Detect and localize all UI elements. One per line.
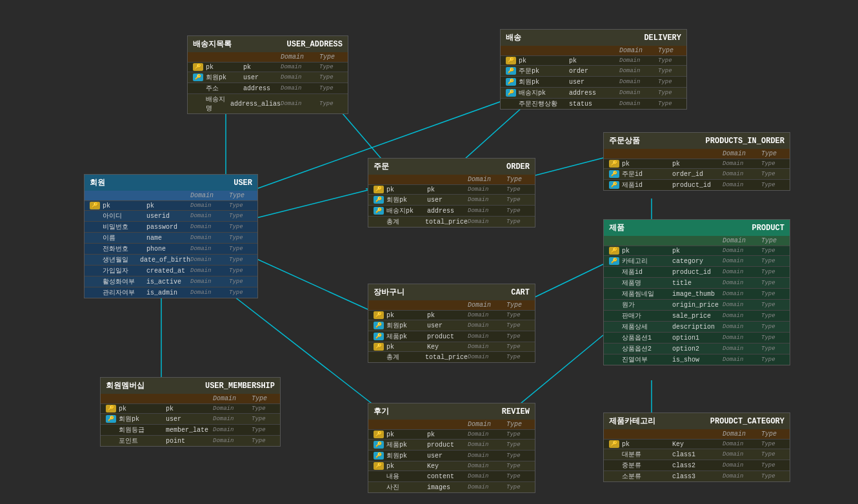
eng-name-pio: PRODUCTS_IN_ORDER <box>706 137 784 146</box>
col-headers-product: Domain Type <box>604 236 790 246</box>
table-row: 🔑 pkKey DomainType <box>368 461 535 470</box>
table-row: 생년월일 date_of_birth Domain Type <box>85 254 257 265</box>
table-row: 상품옵션2option2 DomainType <box>604 343 790 354</box>
pk-icon: 🔑 <box>609 440 619 448</box>
table-row: 내용content DomainType <box>368 470 535 481</box>
table-user-membership: 회원멤버십 USER_MEMBERSHIP Domain Type 🔑 pkpk… <box>100 377 281 447</box>
eng-name-product-category: PROUDCT_CATEGORY <box>710 417 784 426</box>
col-headers-order: Domain Type <box>368 175 535 184</box>
table-row: 제품idproduct_id DomainType <box>604 266 790 277</box>
table-header-delivery: 배송 DELIVERY <box>501 30 686 46</box>
fk-icon: 🔑 <box>374 441 384 449</box>
fk-icon: 🔑 <box>374 452 384 460</box>
table-header-order: 주문 ORDER <box>368 159 535 175</box>
table-header-product: 제품 PRODUCT <box>604 220 790 236</box>
eng-name-order: ORDER <box>506 162 530 171</box>
table-row: 전화번호 phone Domain Type <box>85 243 257 254</box>
fk-icon: 🔑 <box>374 207 384 215</box>
korean-name-membership: 회원멤버십 <box>106 380 145 391</box>
korean-name-user: 회원 <box>90 177 105 188</box>
col-headers-product-category: Domain Type <box>604 429 790 439</box>
table-row: 이름 name Domain Type <box>85 232 257 243</box>
eng-name-user: USER <box>234 179 252 188</box>
table-row: 🔑 주문idorder_id DomainType <box>604 168 790 179</box>
table-row: 🔑 회원pkuser DomainType <box>368 450 535 461</box>
table-header-user-address: 배송지목록 USER_ADDRESS <box>188 36 348 52</box>
table-row: 총계total_price DomainType <box>368 351 535 362</box>
table-header-user: 회원 USER <box>85 175 257 191</box>
fk-icon: 🔑 <box>506 67 516 75</box>
table-row: 주문진행상황status DomainType <box>501 98 686 109</box>
table-row: 제품씸네일image_thumb DomainType <box>604 288 790 299</box>
col-headers-membership: Domain Type <box>101 394 280 403</box>
pk-icon: 🔑 <box>506 57 516 64</box>
pk-icon: 🔑 <box>609 160 619 168</box>
korean-name-user-address: 배송지목록 <box>193 39 232 50</box>
col-headers-pio: Domain Type <box>604 149 790 159</box>
table-row: 중분류class2 DomainType <box>604 460 790 470</box>
fk-icon: 🔑 <box>374 333 384 340</box>
pk-icon: 🔑 <box>374 462 384 470</box>
table-products-in-order: 주문상품 PRODUCTS_IN_ORDER Domain Type 🔑 pkp… <box>603 132 790 191</box>
table-row: 🔑 pkpk DomainType <box>604 246 790 255</box>
table-header-review: 후기 REVIEW <box>368 403 535 420</box>
table-order: 주문 ORDER Domain Type 🔑 pkpk DomainType 🔑… <box>368 158 535 228</box>
table-product: 제품 PRODUCT Domain Type 🔑 pkpk DomainType… <box>603 219 790 365</box>
table-row: 비밀번호 password Domain Type <box>85 221 257 232</box>
table-cart: 장바구니 CART Domain Type 🔑 pkpk DomainType … <box>368 284 535 363</box>
table-header-pio: 주문상품 PRODUCTS_IN_ORDER <box>604 133 790 149</box>
eng-name-user-address: USER_ADDRESS <box>287 40 343 49</box>
col-headers-user-address: Domain Type <box>188 52 348 62</box>
fk-icon: 🔑 <box>609 257 619 265</box>
table-row: 🔑 회원pkuser DomainType <box>368 320 535 331</box>
table-row: 주소 address Domain Type <box>188 82 348 93</box>
table-row: 배송지명 address_alias Domain Type <box>188 93 348 113</box>
table-row: 제품상세description DomainType <box>604 321 790 332</box>
pk-icon: 🔑 <box>90 202 100 209</box>
table-row: 진열여부is_show DomainType <box>604 354 790 365</box>
table-product-category: 제품카테고리 PROUDCT_CATEGORY Domain Type 🔑 pk… <box>603 412 790 482</box>
pk-icon: 🔑 <box>193 63 203 71</box>
fk-icon: 🔑 <box>506 89 516 97</box>
table-row: 🔑 제품pkproduct DomainType <box>368 331 535 342</box>
table-row: 🔑 pkKey DomainType <box>368 342 535 351</box>
eng-name-product: PRODUCT <box>752 224 784 233</box>
table-row: 🔑 회원pkuser DomainType <box>501 76 686 87</box>
table-row: 🔑 pkpk DomainType <box>368 429 535 439</box>
table-row: 🔑 pkpk DomainType <box>501 55 686 65</box>
col-headers-user: Domain Type <box>85 191 257 200</box>
col-headers-delivery: Domain Type <box>501 46 686 55</box>
table-row: 대분류class1 DomainType <box>604 449 790 460</box>
table-row: 제품명title DomainType <box>604 277 790 288</box>
eng-name-cart: CART <box>511 288 530 297</box>
table-row: 소분류class3 DomainType <box>604 470 790 481</box>
table-row: 🔑 회원pkuser DomainType <box>368 194 535 205</box>
table-row: 사진images DomainType <box>368 481 535 492</box>
table-row: 포인트point DomainType <box>101 435 280 446</box>
table-row: 🔑 제품pkproduct DomainType <box>368 439 535 450</box>
korean-name-product-category: 제품카테고리 <box>609 416 655 427</box>
fk-icon: 🔑 <box>193 73 203 81</box>
table-row: 🔑 제품idproduct_id DomainType <box>604 179 790 190</box>
pk-icon: 🔑 <box>374 343 384 351</box>
eng-name-review: REVIEW <box>502 407 530 416</box>
table-row: 🔑 회원pk user Domain Type <box>188 72 348 82</box>
table-row: 🔑 회원pkuser DomainType <box>101 413 280 424</box>
table-row: 관리자여부 is_admin Domain Type <box>85 287 257 298</box>
pk-icon: 🔑 <box>374 311 384 319</box>
table-delivery: 배송 DELIVERY Domain Type 🔑 pkpk DomainTyp… <box>500 29 687 110</box>
table-row: 🔑 pkpk DomainType <box>368 310 535 320</box>
table-row: 총계total_price DomainType <box>368 216 535 227</box>
col-headers-cart: Domain Type <box>368 300 535 310</box>
table-header-membership: 회원멤버십 USER_MEMBERSHIP <box>101 378 280 394</box>
eng-name-membership: USER_MEMBERSHIP <box>205 382 275 391</box>
table-row: 🔑 주문pkorder DomainType <box>501 65 686 76</box>
korean-name-delivery: 배송 <box>506 32 521 43</box>
fk-icon: 🔑 <box>374 322 384 329</box>
korean-name-cart: 장바구니 <box>374 287 404 298</box>
table-row: 🔑 pkpk DomainType <box>368 184 535 194</box>
table-row: 🔑 카테고리category DomainType <box>604 255 790 266</box>
table-row: 가입일자 created_at Domain Type <box>85 265 257 276</box>
table-header-product-category: 제품카테고리 PROUDCT_CATEGORY <box>604 413 790 429</box>
pk-icon: 🔑 <box>609 247 619 255</box>
